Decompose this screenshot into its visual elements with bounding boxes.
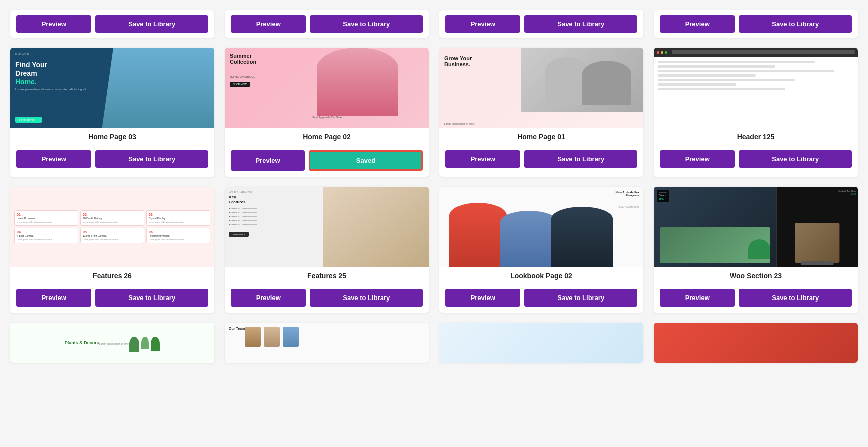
card-info-header125: Header 125 [654, 128, 858, 150]
collection-text: SummerCollection [230, 53, 256, 65]
card-top3: Preview Save to Library [439, 10, 643, 38]
card-thumb-home03: FIND YOUR Find YourDreamHome. Lorem ipsu… [10, 48, 214, 128]
card-thumb-home02: SummerCollection #STYLE ON A BUDGET SHOP… [225, 48, 429, 128]
meeting-image [521, 48, 643, 112]
card-info-woo23: Woo Section 23 [654, 267, 858, 289]
feat-item-02: 02 9800mAh Battery Lorem ipsum dolor sit… [80, 210, 144, 226]
preview-button-top4[interactable]: Preview [660, 15, 735, 33]
card-top4: Preview Save to Library [654, 10, 858, 38]
card-thumb-woo23: Luxurious Couch $899 Highback Arm Chair … [654, 187, 858, 267]
preview-button-features26[interactable]: Preview [16, 289, 91, 307]
dot-yellow [661, 51, 663, 54]
card-actions-home02: Preview Saved [225, 150, 429, 177]
person-red [449, 203, 506, 267]
preview-button-home02[interactable]: Preview [231, 150, 305, 171]
features-grid: 01 Latest Processor Lorem ipsum dolor si… [10, 206, 214, 247]
card-features26: 01 Latest Processor Lorem ipsum dolor si… [10, 187, 214, 313]
person-check [500, 211, 557, 267]
card-info-features25: Features 25 [225, 267, 429, 289]
card-actions-woo23: Preview Save to Library [654, 289, 858, 313]
card-info-home03: Home Page 03 [10, 128, 214, 150]
card-plants: Plants & Decors Lorem ipsum dolor sit am… [10, 323, 214, 363]
preview-button-features25[interactable]: Preview [231, 289, 306, 307]
card-thumb-bottom4 [654, 323, 858, 363]
feat-item-03: 03 Crystal Display Lorem ipsum dolor sit… [146, 210, 210, 226]
feat-item-06: 06 Fingerprint version Lorem ipsum dolor… [146, 228, 210, 243]
preview-button-lookbook02[interactable]: Preview [445, 289, 520, 307]
person2 [582, 61, 631, 106]
browser-bar [654, 48, 858, 57]
lookbook-inner: New Arrivals ForEveryone QUALITY AT ITS … [439, 187, 643, 267]
card-info-features26: Features 26 [10, 267, 214, 289]
save-button-home01[interactable]: Save to Library [524, 150, 637, 168]
card-info-home01: Home Page 01 [439, 128, 643, 150]
save-button-home03[interactable]: Save to Library [95, 150, 208, 168]
card-top1: Preview Save to Library [10, 10, 214, 38]
save-button-features26[interactable]: Save to Library [95, 289, 208, 307]
card-info-home02: Home Page 02 [225, 128, 429, 150]
preview-button-woo23[interactable]: Preview [660, 289, 735, 307]
card-title-home01: Home Page 01 [445, 133, 637, 141]
card-title-woo23: Woo Section 23 [660, 272, 852, 280]
preview-button-top2[interactable]: Preview [231, 15, 306, 33]
save-button-header125[interactable]: Save to Library [739, 150, 852, 168]
card-title-home02: Home Page 02 [231, 133, 423, 141]
business-text: Grow YourBusiness. [444, 55, 472, 67]
preview-button-home01[interactable]: Preview [445, 150, 520, 168]
card-title-header125: Header 125 [660, 133, 852, 141]
card-home03: FIND YOUR Find YourDreamHome. Lorem ipsu… [10, 48, 214, 177]
new-arrivals-text: New Arrivals ForEveryone [616, 191, 639, 197]
card-thumb-bottom3 [439, 323, 643, 363]
preview-button-home03[interactable]: Preview [16, 150, 91, 168]
card-actions-home03: Preview Save to Library [10, 150, 214, 174]
card-thumb-team: Our Team [225, 323, 429, 363]
card-home02: SummerCollection #STYLE ON A BUDGET SHOP… [225, 48, 429, 177]
person1 [545, 57, 588, 105]
card-actions-lookbook02: Preview Save to Library [439, 289, 643, 313]
save-button-features25[interactable]: Save to Library [310, 289, 423, 307]
card-bottom3 [439, 323, 643, 363]
card-title-lookbook02: Lookbook Page 02 [445, 272, 637, 280]
save-button-top1[interactable]: Save to Library [95, 15, 208, 33]
feat-item-05: 05 128mp Front Camera Lorem ipsum dolor … [80, 228, 144, 243]
preview-button-header125[interactable]: Preview [660, 150, 735, 168]
feat-item-01: 01 Latest Processor Lorem ipsum dolor si… [14, 210, 78, 226]
team-heading: Our Team [229, 327, 245, 330]
card-title-features25: Features 25 [231, 272, 423, 280]
preview-button-top3[interactable]: Preview [445, 15, 520, 33]
card-thumb-plants: Plants & Decors Lorem ipsum dolor sit am… [10, 323, 214, 363]
save-button-top2[interactable]: Save to Library [310, 15, 423, 33]
sub-label: New Apparels On Sale [312, 116, 342, 119]
card-actions-features25: Preview Save to Library [225, 289, 429, 313]
card-bottom4 [654, 323, 858, 363]
card-thumb-header125 [654, 48, 858, 128]
dot-green [665, 51, 667, 54]
card-title-home03: Home Page 03 [16, 133, 208, 141]
save-button-woo23[interactable]: Save to Library [739, 289, 852, 307]
card-woo23: Luxurious Couch $899 Highback Arm Chair … [654, 187, 858, 313]
house-image [102, 48, 214, 128]
card-info-lookbook02: Lookbook Page 02 [439, 267, 643, 289]
person-dark [551, 207, 612, 267]
card-header125: Header 125 Preview Save to Library [654, 48, 858, 177]
card-home01: Grow YourBusiness. Lorem ipsum dolor sit… [439, 48, 643, 177]
card-thumb-features25: YOUR GUARANTEE KeyFeatures ● Feature #1 … [225, 187, 429, 267]
save-button-top3[interactable]: Save to Library [524, 15, 637, 33]
card-team: Our Team [225, 323, 429, 363]
card-thumb-lookbook02: New Arrivals ForEveryone QUALITY AT ITS … [439, 187, 643, 267]
card-title-features26: Features 26 [16, 272, 208, 280]
save-button-lookbook02[interactable]: Save to Library [524, 289, 637, 307]
preview-button-top1[interactable]: Preview [16, 15, 91, 33]
browser-content [654, 57, 858, 128]
card-actions-features26: Preview Save to Library [10, 289, 214, 313]
card-top2: Preview Save to Library [225, 10, 429, 38]
save-button-top4[interactable]: Save to Library [739, 15, 852, 33]
card-features25: YOUR GUARANTEE KeyFeatures ● Feature #1 … [225, 187, 429, 313]
card-actions-home01: Preview Save to Library [439, 150, 643, 174]
feat-item-04: 04 4-Best Camera Lorem ipsum dolor sit a… [14, 228, 78, 243]
plants-title: Plants & Decors [65, 340, 99, 345]
card-lookbook02: New Arrivals ForEveryone QUALITY AT ITS … [439, 187, 643, 313]
saved-button-home02[interactable]: Saved [309, 150, 423, 171]
card-thumb-home01: Grow YourBusiness. Lorem ipsum dolor sit… [439, 48, 643, 128]
card-thumb-features26: 01 Latest Processor Lorem ipsum dolor si… [10, 187, 214, 267]
